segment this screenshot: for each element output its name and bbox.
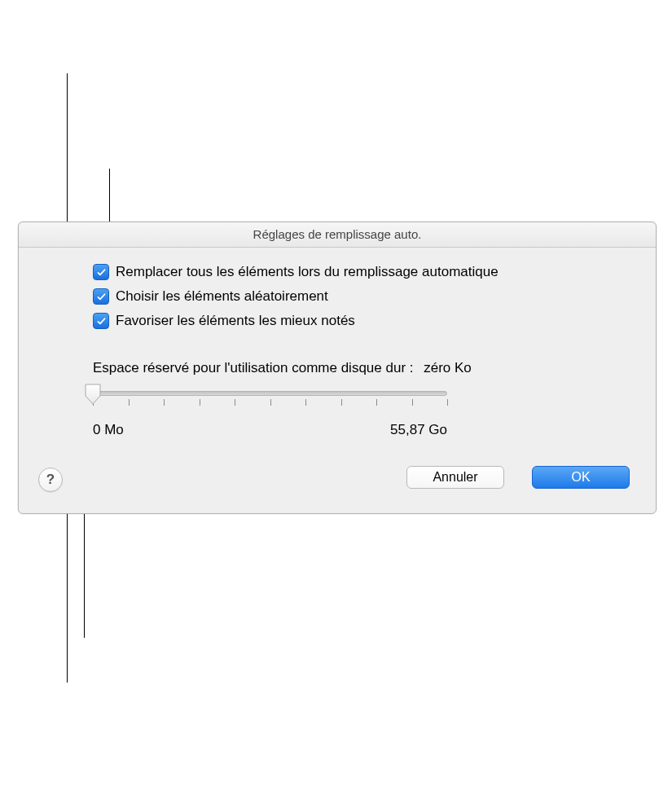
checkbox-icon[interactable] xyxy=(93,264,109,280)
help-icon: ? xyxy=(46,472,55,488)
slider-thumb-icon[interactable] xyxy=(84,383,102,406)
slider-max-label: 55,87 Go xyxy=(390,422,447,438)
checkbox-label: Remplacer tous les éléments lors du remp… xyxy=(116,264,499,280)
disk-space-slider-section: Espace réservé pour l'utilisation comme … xyxy=(93,360,635,417)
slider-label-row: Espace réservé pour l'utilisation comme … xyxy=(93,360,635,376)
dialog-button-row: ? Annuler OK xyxy=(40,466,635,495)
slider-min-label: 0 Mo xyxy=(93,422,124,438)
ok-button[interactable]: OK xyxy=(532,466,630,489)
slider-ticks xyxy=(93,399,447,407)
autofill-settings-dialog: Réglages de remplissage auto. Remplacer … xyxy=(18,222,657,514)
slider-value: zéro Ko xyxy=(424,360,472,375)
dialog-body: Remplacer tous les éléments lors du remp… xyxy=(19,248,656,513)
dialog-title: Réglages de remplissage auto. xyxy=(19,222,656,248)
checkbox-row-choose-random[interactable]: Choisir les éléments aléatoirement xyxy=(93,288,635,305)
checkbox-icon[interactable] xyxy=(93,288,109,305)
slider-track xyxy=(93,391,447,396)
slider-label: Espace réservé pour l'utilisation comme … xyxy=(93,360,414,375)
cancel-button[interactable]: Annuler xyxy=(406,466,504,489)
checkbox-label: Favoriser les éléments les mieux notés xyxy=(116,313,355,329)
disk-space-slider[interactable] xyxy=(93,384,447,417)
checkbox-row-favor-rated[interactable]: Favoriser les éléments les mieux notés xyxy=(93,313,635,329)
checkbox-icon[interactable] xyxy=(93,313,109,329)
checkbox-row-replace-all[interactable]: Remplacer tous les éléments lors du remp… xyxy=(93,264,635,280)
checkbox-label: Choisir les éléments aléatoirement xyxy=(116,288,328,305)
help-button[interactable]: ? xyxy=(38,468,63,492)
